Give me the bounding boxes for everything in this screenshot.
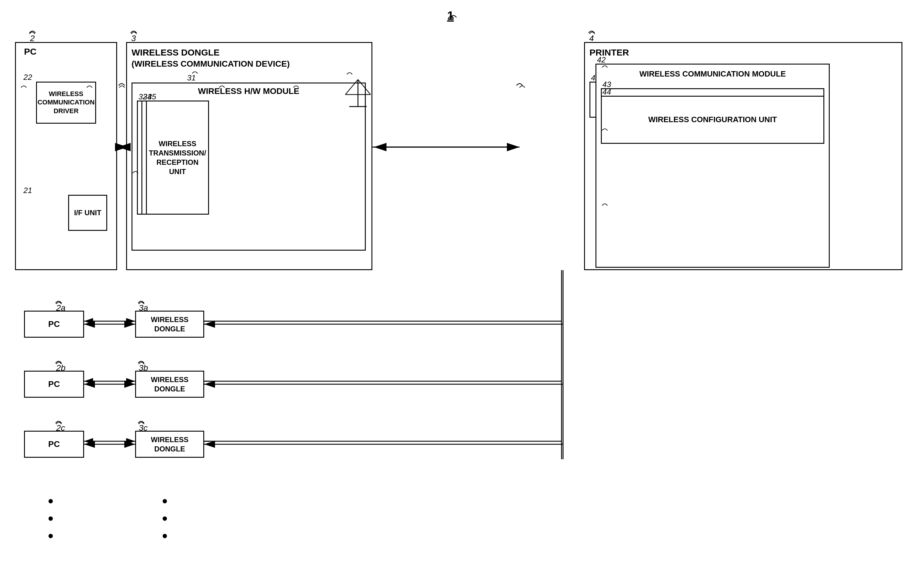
wireless-dongle-3a-title: WIRELESS DONGLE [136,315,203,334]
pc-2c-title: PC [48,439,60,450]
if-unit-left-label: 21 [23,186,32,195]
pc-2c-box: PC [24,431,84,458]
wireless-comm-module-label: 42 [597,55,606,65]
wireless-tx-rx-title: WIRELESS TRANSMISSION/ RECEPTION UNIT [146,136,209,180]
wireless-dongle-3c-title: WIRELESS DONGLE [136,435,203,453]
wireless-tx-rx-box: WIRELESS TRANSMISSION/ RECEPTION UNIT [146,101,209,214]
printer-outer-box: PRINTER 41 I/F UNIT 42 WIRELESS COMMUNIC… [584,42,903,270]
dots-left: ••• [48,492,55,545]
wireless-tx-rx-label: 35 [147,92,156,101]
wireless-comm-driver-label: 22 [23,73,32,82]
wireless-dongle-outer-box: WIRELESS DONGLE (WIRELESS COMMUNICATION … [126,42,372,270]
pc-2b-box: PC [24,371,84,398]
pc-outer-title: PC [24,46,37,57]
pc-outer-box: 22 WIRELESS COMMUNICATION DRIVER 21 I/F … [15,42,117,270]
pc-2b-title: PC [48,379,60,389]
if-unit-left-title: I/F UNIT [74,208,102,217]
wireless-config-unit-label: 44 [602,87,611,96]
wireless-comm-driver-box: WIRELESS COMMUNICATION DRIVER [36,82,96,124]
wireless-comm-module-box: WIRELESS COMMUNICATION MODULE 43 WIRELES… [595,64,830,268]
figure-number: 1 [447,9,454,23]
wireless-dongle-subtitle: (WIRELESS COMMUNICATION DEVICE) [131,59,290,69]
wireless-hw-module-title: WIRELESS H/W MODULE [136,87,362,96]
dots-right: ••• [162,492,169,545]
wireless-config-unit-title: WIRELESS CONFIGURATION UNIT [645,112,780,128]
printer-title: PRINTER [590,47,629,57]
wireless-dongle-3b-box: WIRELESS DONGLE [135,371,204,398]
wireless-comm-driver-title: WIRELESS COMMUNICATION DRIVER [36,88,96,117]
wireless-hw-module-box: WIRELESS H/W MODULE 32 COMMUNICATION CON… [131,83,366,250]
if-unit-left-box: I/F UNIT [68,195,107,231]
wireless-dongle-3a-box: WIRELESS DONGLE [135,311,204,338]
wireless-hw-label: 31 [187,73,196,83]
wireless-dongle-title: WIRELESS DONGLE [131,47,220,57]
wireless-dongle-3c-box: WIRELESS DONGLE [135,431,204,458]
pc-2a-box: PC [24,311,84,338]
pc-2a-title: PC [48,319,60,330]
wireless-config-unit-box: WIRELESS CONFIGURATION UNIT [601,96,824,144]
diagram-container: 1 2 22 WIRELESS COMMUNICATION DRIVER 21 … [0,0,924,579]
wireless-dongle-3b-title: WIRELESS DONGLE [136,375,203,394]
wireless-comm-module-title: WIRELESS COMMUNICATION MODULE [601,69,824,79]
